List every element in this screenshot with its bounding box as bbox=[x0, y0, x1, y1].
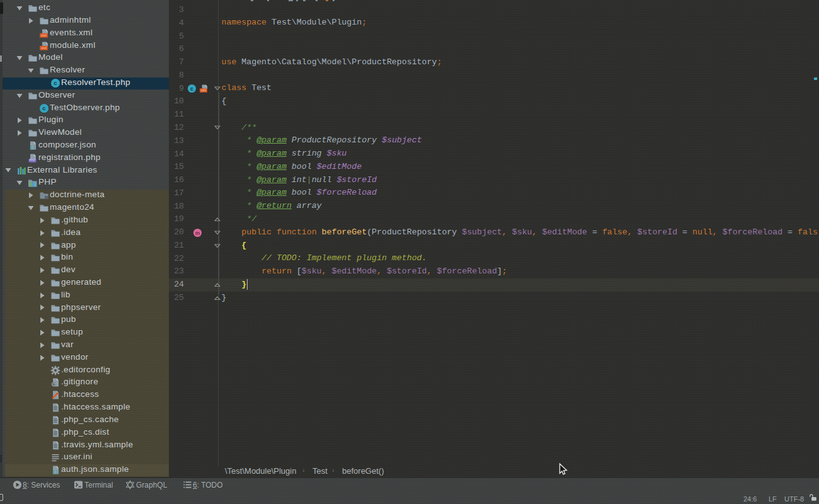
svg-text:PHP: PHP bbox=[30, 159, 35, 162]
svg-text:xml: xml bbox=[41, 46, 46, 50]
svg-text:xml: xml bbox=[41, 33, 46, 37]
svg-text:c: c bbox=[42, 105, 45, 112]
svg-text:{}: {} bbox=[52, 469, 59, 474]
svg-text:{}: {} bbox=[30, 144, 36, 150]
svg-text:c: c bbox=[54, 79, 57, 86]
svg-text:c: c bbox=[190, 86, 193, 92]
svg-text:xml: xml bbox=[201, 88, 206, 92]
svg-text:m: m bbox=[195, 230, 200, 236]
